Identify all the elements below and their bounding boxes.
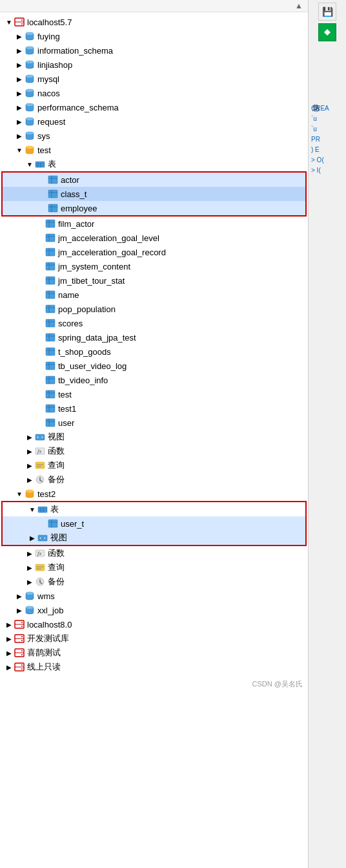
table-employee[interactable]: ▶ employee: [3, 201, 305, 215]
database-tree[interactable]: ▼ localhost5.7 ▶ fuying ▶ information_sc…: [0, 12, 308, 868]
table-name: test1: [58, 404, 76, 414]
table-jm-tibet-tour-stat[interactable]: ▶ jm_tibet_tour_stat: [0, 273, 308, 288]
svg-rect-98: [48, 520, 57, 527]
table-class-t[interactable]: ▶ class_t: [3, 187, 305, 201]
server-localhost80[interactable]: ▶ localhost8.0: [0, 617, 308, 631]
svg-rect-45: [46, 262, 55, 270]
expand-arrow: ▶: [15, 89, 23, 97]
svg-point-5: [26, 32, 34, 35]
expand-arrow: ▶: [5, 635, 13, 642]
db-wms[interactable]: ▶ wms: [0, 589, 308, 603]
db-nacos[interactable]: ▶ nacos: [0, 86, 308, 100]
table-jm-acceleration-goal-record[interactable]: ▶ jm_acceleration_goal_record: [0, 245, 308, 259]
table-name[interactable]: ▶ name: [0, 288, 308, 302]
svg-rect-30: [48, 190, 57, 198]
table-icon: [45, 218, 56, 229]
table-film-actor[interactable]: ▶ film_actor: [0, 217, 308, 231]
server-localhost57[interactable]: ▼ localhost5.7: [0, 15, 308, 29]
folder-views-test2[interactable]: ▶ 视图: [3, 531, 305, 545]
server-readonly[interactable]: ▶ 线上只读: [0, 660, 308, 674]
table-actor[interactable]: ▶ actor: [3, 173, 305, 187]
folder-label: 备份: [48, 474, 65, 485]
folder-queries-test[interactable]: ▶ 查询: [0, 458, 308, 472]
folder-label: 函数: [48, 547, 65, 559]
folder-backup-test[interactable]: ▶ 备份: [0, 472, 308, 487]
svg-text:fx: fx: [37, 448, 42, 454]
table-icon: [45, 332, 56, 343]
table-pop-population[interactable]: ▶ pop_population: [0, 302, 308, 316]
expand-arrow: ▶: [15, 103, 23, 111]
scroll-up-icon[interactable]: ▲: [295, 1, 303, 10]
db-icon: [25, 59, 35, 70]
info-content: CREA `u `u PR ) E > O( > I(: [311, 103, 343, 176]
db-request[interactable]: ▶ request: [0, 114, 308, 129]
table-icon: [45, 304, 56, 314]
server-label: 开发测试库: [27, 633, 69, 644]
table-spring-data-jpa-test[interactable]: ▶ spring_data_jpa_test: [0, 330, 308, 344]
view-folder-icon: [35, 432, 45, 442]
svg-rect-97: [43, 508, 44, 513]
folder-queries-test2[interactable]: ▶ 查询: [0, 560, 308, 575]
db-fuying[interactable]: ▶ fuying: [0, 29, 308, 43]
table-test1[interactable]: ▶ test1: [0, 401, 308, 416]
table-name: jm_acceleration_goal_level: [58, 233, 159, 243]
table-name: employee: [61, 204, 97, 213]
folder-label: 视图: [48, 431, 65, 443]
top-bar: ▲: [0, 0, 308, 12]
db-performance-schema[interactable]: ▶ performance_schema: [0, 100, 308, 114]
svg-rect-96: [40, 508, 41, 513]
table-tb-video-info[interactable]: ▶ tb_video_info: [0, 373, 308, 387]
db-xxl-job[interactable]: ▶ xxl_job: [0, 603, 308, 617]
folder-backup-test2[interactable]: ▶ 备份: [0, 575, 308, 589]
folder-label: 表: [48, 158, 56, 170]
folder-views-test[interactable]: ▶ 视图: [0, 430, 308, 444]
expand-arrow: ▶: [5, 649, 13, 657]
server-label: 喜鹊测试: [27, 647, 61, 659]
table-t-shop-goods[interactable]: ▶ t_shop_goods: [0, 344, 308, 359]
folder-label: 查询: [48, 562, 65, 573]
table-jm-system-content[interactable]: ▶ jm_system_content: [0, 259, 308, 273]
folder-tables-test2[interactable]: ▼ 表: [3, 502, 305, 516]
server-icon: [14, 619, 25, 630]
svg-point-125: [21, 650, 23, 651]
db-name: fuying: [37, 32, 60, 41]
svg-point-129: [21, 664, 23, 666]
table-jm-acceleration-goal-level[interactable]: ▶ jm_acceleration_goal_level: [0, 231, 308, 245]
server-xd[interactable]: ▶ 喜鹊测试: [0, 646, 308, 660]
folder-functions-test[interactable]: ▶ fx 函数: [0, 444, 308, 458]
table-name: film_actor: [58, 219, 94, 229]
folder-tables-test[interactable]: ▼ 表: [0, 157, 308, 171]
server-icon: [14, 17, 25, 27]
svg-text:fx: fx: [37, 550, 42, 556]
table-tb-user-video-log[interactable]: ▶ tb_user_video_log: [0, 359, 308, 373]
svg-point-117: [21, 622, 23, 623]
folder-functions-test2[interactable]: ▶ fx 函数: [0, 546, 308, 560]
table-user-t[interactable]: ▶ user_t: [3, 516, 305, 531]
db-mysql[interactable]: ▶ mysql: [0, 72, 308, 86]
db-linjiashop[interactable]: ▶ linjiashop: [0, 58, 308, 72]
svg-rect-87: [36, 462, 45, 469]
db-name: test: [37, 145, 51, 155]
navicat-icon[interactable]: [318, 23, 336, 41]
table-user[interactable]: ▶ user: [0, 416, 308, 430]
db-information-schema[interactable]: ▶ information_schema: [0, 43, 308, 58]
server-dev[interactable]: ▶ 开发测试库: [0, 631, 308, 646]
db-sys[interactable]: ▶ sys: [0, 129, 308, 143]
table-test[interactable]: ▶ test: [0, 387, 308, 401]
folder-label: 视图: [50, 532, 67, 544]
svg-rect-63: [46, 348, 55, 355]
svg-point-21: [26, 146, 34, 149]
db-icon: [25, 591, 35, 601]
server-label: 线上只读: [27, 661, 61, 673]
db-icon: [25, 31, 35, 41]
table-name: class_t: [61, 189, 86, 199]
db-test2[interactable]: ▼ test2: [0, 487, 308, 501]
save-icon-button[interactable]: 💾: [318, 3, 336, 21]
table-name: tb_video_info: [58, 376, 108, 385]
table-name: jm_acceleration_goal_record: [58, 248, 166, 257]
right-sidebar: 💾 信息 CREA `u `u PR ) E > O( > I(: [309, 0, 346, 868]
expand-arrow: ▼: [28, 505, 36, 513]
db-test[interactable]: ▼ test: [0, 143, 308, 157]
expand-arrow: ▶: [15, 132, 23, 140]
table-scores[interactable]: ▶ scores: [0, 316, 308, 330]
